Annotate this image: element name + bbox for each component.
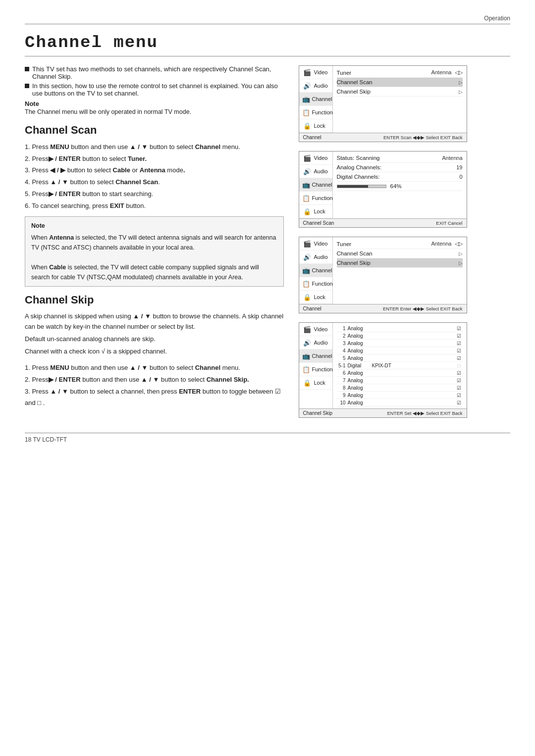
ch-num-3: 3: [337, 341, 346, 346]
skip-intro-p2: Default un-scanned analog channels are s…: [25, 334, 284, 345]
p4-lock-icon: 🔒: [302, 379, 312, 387]
channel-skip-steps: 1. Press MENU button and then use ▲ / ▼ …: [25, 362, 284, 408]
function-icon: 📋: [302, 108, 310, 116]
p4-video-icon: 🎬: [302, 325, 312, 333]
tv-panel-4-channel-list: 1 Analog ☑ 2 Analog ☑ 3 Analog: [333, 323, 467, 408]
ch-num-2: 2: [337, 333, 346, 339]
tv-panel-1-footer: Channel ENTER Scan ◀◆▶ Select EXIT Back: [299, 133, 467, 142]
ch-type-5: Analog: [348, 355, 370, 361]
step-3: 3. Press ◀ / ▶ button to select Cable or…: [25, 165, 284, 176]
page-footer-text: 18 TV LCD-TFT: [25, 436, 67, 443]
lock-icon: 🔒: [302, 122, 312, 130]
ch-check-6: ☑: [456, 370, 463, 376]
p3-lock-label: Lock: [314, 294, 325, 300]
p4-channel-icon: 📺: [302, 352, 310, 360]
ch-row-2: 2 Analog ☑: [337, 332, 463, 340]
panel1-footer-keys: ENTER Scan ◀◆▶ Select EXIT Back: [383, 135, 463, 140]
step-5: 5. Press▶ / ENTER button to start search…: [25, 189, 284, 200]
p4-sidebar-lock: 🔒 Lock: [299, 376, 332, 390]
p2-status-row: Status: Scanning Antenna: [337, 153, 463, 163]
ch-row-1: 1 Analog ☑: [337, 325, 463, 332]
ch-num-7: 7: [337, 378, 346, 383]
p3-sidebar-lock: 🔒 Lock: [299, 291, 332, 304]
tv-panel-1-sidebar: 🎬 Video 🔊 Audio 📺 Channel 📋 Function: [299, 66, 333, 133]
bullet-icon: [25, 67, 29, 71]
p2-sidebar-channel: 📺 Channel: [299, 178, 332, 192]
left-column: This TV set has two methods to set chann…: [25, 65, 284, 418]
p2-audio-icon: 🔊: [302, 167, 312, 175]
ch-type-5-1: Digital: [348, 363, 370, 368]
panel3-footer-label: Channel: [303, 306, 321, 311]
tv-panel-4-footer: Channel Skip ENTER Set ◀◆▶ Select EXIT B…: [299, 408, 467, 417]
skip-step-2: 2. Press▶ / ENTER button and then use ▲ …: [25, 374, 284, 386]
p2-digital-row: Digital Channels: 0: [337, 172, 463, 182]
note-box-line1: When Antenna is selected, the TV will de…: [31, 233, 277, 252]
tv-panel-4-inner: 🎬 Video 🔊 Audio 📺 Channel 📋 Function: [299, 323, 467, 408]
video-icon: 🎬: [302, 68, 312, 76]
p2-function-icon: 📋: [302, 194, 310, 202]
sidebar-lock: 🔒 Lock: [299, 119, 332, 133]
channel-icon: 📺: [302, 95, 310, 103]
panel4-footer-keys: ENTER Set ◀◆▶ Select EXIT Back: [387, 410, 462, 416]
panel1-footer-label: Channel: [303, 135, 321, 140]
note-box-title: Note: [31, 221, 277, 231]
ch-row-3: 3 Analog ☑: [337, 340, 463, 347]
sidebar-channel: 📺 Channel: [299, 93, 332, 106]
panel1-row-tuner: Tuner Antenna ◁▷: [337, 68, 463, 78]
tuner-label: Tuner: [337, 70, 352, 76]
tv-panel-2-content: Status: Scanning Antenna Analog Channels…: [333, 151, 467, 218]
tv-panel-2-footer: Channel Scan EXIT Cancel: [299, 218, 467, 227]
ch-type-9: Analog: [348, 393, 370, 398]
p3-tuner-value: Antenna ◁▷: [431, 241, 462, 247]
ch-row-9: 9 Analog ☑: [337, 392, 463, 399]
ch-row-5-1: 5-1 Digital KPIX-DT □: [337, 362, 463, 369]
p3-tuner-row: Tuner Antenna ◁▷: [337, 239, 463, 249]
p4-sidebar-video: 🎬 Video: [299, 323, 332, 336]
intro-text-1: This TV set has two methods to set chann…: [32, 65, 284, 80]
page-footer: 18 TV LCD-TFT: [25, 433, 510, 443]
ch-row-4: 4 Analog ☑: [337, 347, 463, 354]
p3-sidebar-function: 📋 Function: [299, 277, 332, 291]
panel2-footer-keys: EXIT Cancel: [436, 220, 462, 226]
sidebar-video-label: Video: [314, 69, 328, 75]
p3-video-icon: 🎬: [302, 240, 312, 248]
intro-bullet-2: In this section, how to use the remote c…: [25, 82, 284, 97]
p2-lock-icon: 🔒: [302, 207, 312, 215]
tv-panel-3-footer: Channel ENTER Enter ◀◆▶ Select EXIT Back: [299, 304, 467, 313]
ch-row-10: 10 Analog ☑: [337, 399, 463, 406]
ch-num-5-1: 5-1: [337, 363, 346, 368]
tuner-value: Antenna ◁▷: [431, 69, 462, 76]
tv-panel-1-inner: 🎬 Video 🔊 Audio 📺 Channel 📋 Function: [299, 66, 467, 133]
ch-type-1: Analog: [348, 326, 370, 331]
channel-scan-steps: 1. Press MENU button and then use ▲ / ▼ …: [25, 142, 284, 212]
p3-scan-row: Channel Scan ▷: [337, 249, 463, 258]
skip-label: Channel Skip: [337, 89, 371, 95]
p2-sidebar-audio: 🔊 Audio: [299, 165, 332, 178]
step-6: 6. To cancel searching, press EXIT butto…: [25, 201, 284, 212]
panel4-footer-label: Channel Skip: [303, 410, 332, 416]
p2-status-label: Status: Scanning: [337, 155, 380, 161]
p2-analog-label: Analog Channels:: [337, 164, 382, 170]
intro-bullet-1: This TV set has two methods to set chann…: [25, 65, 284, 80]
ch-type-4: Analog: [348, 348, 370, 353]
page-header: Operation: [25, 15, 510, 24]
ch-num-4: 4: [337, 348, 346, 353]
p3-scan-arrow: ▷: [459, 251, 463, 256]
bullet-icon-2: [25, 84, 29, 88]
skip-step-3: 3. Press ▲ / ▼ button to select a channe…: [25, 386, 284, 409]
step-4: 4. Press ▲ / ▼ button to select Channel …: [25, 177, 284, 188]
sidebar-lock-label: Lock: [314, 123, 325, 129]
panel3-footer-keys: ENTER Enter ◀◆▶ Select EXIT Back: [383, 306, 463, 311]
p2-analog-value: 19: [456, 164, 462, 170]
p2-sidebar-video: 🎬 Video: [299, 151, 332, 165]
ch-row-7: 7 Analog ☑: [337, 377, 463, 384]
scan-label: Channel Scan: [337, 79, 373, 85]
ch-type-10: Analog: [348, 400, 370, 405]
skip-intro-p1: A skip channel is skipped when using ▲ /…: [25, 311, 284, 332]
tv-panel-2: 🎬 Video 🔊 Audio 📺 Channel 📋 Function: [299, 151, 467, 228]
p4-audio-label: Audio: [314, 340, 328, 346]
ch-num-10: 10: [337, 400, 346, 405]
ch-type-8: Analog: [348, 385, 370, 391]
p3-tuner-label: Tuner: [337, 241, 352, 247]
tv-panel-1-content: Tuner Antenna ◁▷ Channel Scan ▷ Channel …: [333, 66, 467, 133]
